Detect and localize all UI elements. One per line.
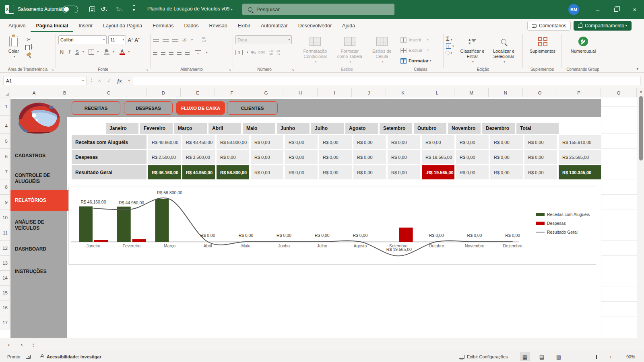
- table-cell[interactable]: R$ 0,00: [319, 135, 352, 149]
- table-cell[interactable]: R$ 19.565,00: [422, 150, 454, 164]
- row-header-12[interactable]: 12: [0, 241, 10, 256]
- row-header-6[interactable]: 6: [0, 149, 10, 164]
- find-select-button[interactable]: Localizar e Selecionar▾: [488, 35, 520, 66]
- ribbon-tab-layout-da-pagina[interactable]: Layout da Página: [98, 19, 147, 32]
- month-header-junho[interactable]: Junho: [277, 123, 310, 134]
- sidebar-item-instrucoes[interactable]: INSTRUÇÕES: [10, 265, 67, 278]
- format-painter-icon[interactable]: [25, 51, 33, 60]
- save-icon[interactable]: [89, 6, 95, 12]
- insert-function-icon[interactable]: fx: [115, 76, 124, 85]
- row-header-15[interactable]: 15: [0, 286, 10, 300]
- ribbon-tab-pagina-inicial[interactable]: Página Inicial: [31, 19, 73, 32]
- table-cell[interactable]: R$ 0,00: [251, 165, 283, 179]
- table-cell[interactable]: R$ 0,00: [285, 165, 318, 179]
- cashflow-chart[interactable]: R$ 46.160,00R$ 44.950,00R$ 58.800,00R$ 0…: [68, 187, 596, 265]
- font-color-icon[interactable]: A: [118, 48, 126, 56]
- table-cell[interactable]: R$ 0,00: [388, 135, 420, 149]
- shrink-font-icon[interactable]: A▾: [134, 37, 140, 43]
- column-header-O[interactable]: O: [523, 88, 557, 97]
- normal-view-button[interactable]: ▦: [520, 351, 530, 362]
- column-header-Q[interactable]: Q: [601, 88, 637, 97]
- ribbon-tab-revisao[interactable]: Revisão: [204, 19, 233, 32]
- document-title[interactable]: Planilha de Locação de Veículos v09 ▾: [147, 6, 233, 12]
- table-cell[interactable]: R$ 0,00: [251, 150, 283, 164]
- month-header-marco[interactable]: Março: [174, 123, 207, 134]
- share-button[interactable]: Compartilhamento ▾: [574, 21, 632, 31]
- column-header-N[interactable]: N: [489, 88, 523, 97]
- table-cell[interactable]: R$ 48.450,00: [182, 135, 215, 149]
- table-cell[interactable]: R$ 0,00: [353, 150, 386, 164]
- month-header-maio[interactable]: Maio: [243, 123, 275, 134]
- ribbon-tab-exibir[interactable]: Exibir: [233, 19, 256, 32]
- month-header-total[interactable]: Total: [516, 123, 559, 134]
- ribbon-tab-inserir[interactable]: Inserir: [73, 19, 98, 32]
- sidebar-item-analise-de-veiculos[interactable]: ANÁLISE DE VEÍCULOS: [10, 216, 67, 234]
- scroll-up-icon[interactable]: ▲: [639, 88, 643, 95]
- month-header-novembro[interactable]: Novembro: [448, 123, 481, 134]
- font-size-select[interactable]: 11▾: [108, 35, 126, 44]
- sheet-menu-dots-icon[interactable]: ⋮: [31, 341, 36, 348]
- column-header-D[interactable]: D: [147, 88, 181, 97]
- addins-button[interactable]: Suplementos: [525, 35, 560, 55]
- row-label-despesas[interactable]: Despesas: [72, 150, 147, 164]
- sort-filter-button[interactable]: AZ Classificar e Filtrar▾: [457, 35, 488, 66]
- dialog-launcher-icon[interactable]: ↘: [51, 68, 54, 72]
- column-header-J[interactable]: J: [352, 88, 386, 97]
- month-header-setembro[interactable]: Setembro: [380, 123, 412, 134]
- zoom-level[interactable]: 90%: [626, 351, 635, 362]
- table-cell[interactable]: R$ 2.500,00: [148, 150, 181, 164]
- row-header-17[interactable]: 17: [0, 315, 10, 330]
- vertical-scrollbar[interactable]: ▲: [638, 88, 644, 338]
- nav-button-despesas[interactable]: DESPESAS: [124, 101, 173, 115]
- table-cell[interactable]: R$ 0,00: [524, 165, 557, 179]
- column-header-L[interactable]: L: [420, 88, 454, 97]
- table-cell[interactable]: R$ 0,00: [490, 165, 523, 179]
- month-header-outubro[interactable]: Outubro: [414, 123, 446, 134]
- nav-button-clientes[interactable]: CLIENTES: [227, 101, 278, 115]
- zoom-slider[interactable]: [578, 357, 606, 357]
- row-header-13[interactable]: 13: [0, 256, 10, 271]
- row-header-16[interactable]: 16: [0, 300, 10, 315]
- zoom-out-icon[interactable]: −: [572, 354, 575, 360]
- table-cell[interactable]: R$ 0,00: [490, 135, 523, 149]
- table-cell[interactable]: R$ 0,00: [524, 135, 557, 149]
- table-cell[interactable]: R$ 0,00: [524, 150, 557, 164]
- column-header-M[interactable]: M: [454, 88, 489, 97]
- display-settings-button[interactable]: Exibir Configurações: [459, 351, 508, 362]
- month-header-julho[interactable]: Julho: [311, 123, 344, 134]
- table-cell[interactable]: R$ 58.800,00: [217, 135, 249, 149]
- table-cell[interactable]: R$ 130.345,00: [559, 165, 601, 179]
- zoom-slider-thumb[interactable]: [596, 355, 597, 359]
- excel-app-icon[interactable]: X: [5, 5, 14, 14]
- table-cell[interactable]: R$ 0,00: [285, 135, 318, 149]
- zoom-in-icon[interactable]: +: [609, 354, 613, 360]
- ribbon-tab-desenvolvedor[interactable]: Desenvolvedor: [293, 19, 337, 32]
- page-layout-view-button[interactable]: ▤: [537, 351, 547, 362]
- accessibility-status[interactable]: Acessibilidade: investigar: [47, 351, 101, 362]
- column-header-I[interactable]: I: [318, 88, 352, 97]
- sidebar-item-controle-de-alugueis[interactable]: CONTROLE DE ALUGUÉIS: [10, 170, 67, 187]
- column-header-E[interactable]: E: [181, 88, 215, 97]
- table-cell[interactable]: R$ 0,00: [319, 150, 352, 164]
- fill-color-icon[interactable]: [103, 48, 111, 56]
- avatar[interactable]: BM: [568, 4, 579, 15]
- dialog-launcher-icon[interactable]: ↘: [146, 68, 149, 72]
- autosum-icon[interactable]: Σ▾: [446, 35, 454, 42]
- close-button[interactable]: ×: [625, 0, 644, 19]
- row-header-10[interactable]: 10: [0, 210, 10, 225]
- table-cell[interactable]: R$ 0,00: [490, 150, 523, 164]
- month-header-agosto[interactable]: Agosto: [345, 123, 378, 134]
- month-header-dezembro[interactable]: Dezembro: [482, 123, 515, 134]
- sidebar-item-cadastros[interactable]: CADASTROS: [10, 150, 67, 162]
- table-cell[interactable]: R$ 48.660,00: [148, 135, 181, 149]
- month-header-abril[interactable]: Abril: [208, 123, 241, 134]
- column-header-C[interactable]: C: [71, 88, 147, 97]
- table-cell[interactable]: R$ 0,00: [388, 150, 420, 164]
- formula-bar-splitter[interactable]: ⋮: [89, 77, 94, 82]
- row-header-9[interactable]: 9: [0, 195, 10, 210]
- cut-icon[interactable]: ✂: [25, 35, 33, 43]
- restore-button[interactable]: [607, 0, 625, 19]
- ribbon-tab-arquivo[interactable]: Arquivo: [3, 19, 31, 32]
- fill-down-icon[interactable]: ↓▾: [446, 43, 454, 49]
- column-header-A[interactable]: A: [10, 88, 58, 97]
